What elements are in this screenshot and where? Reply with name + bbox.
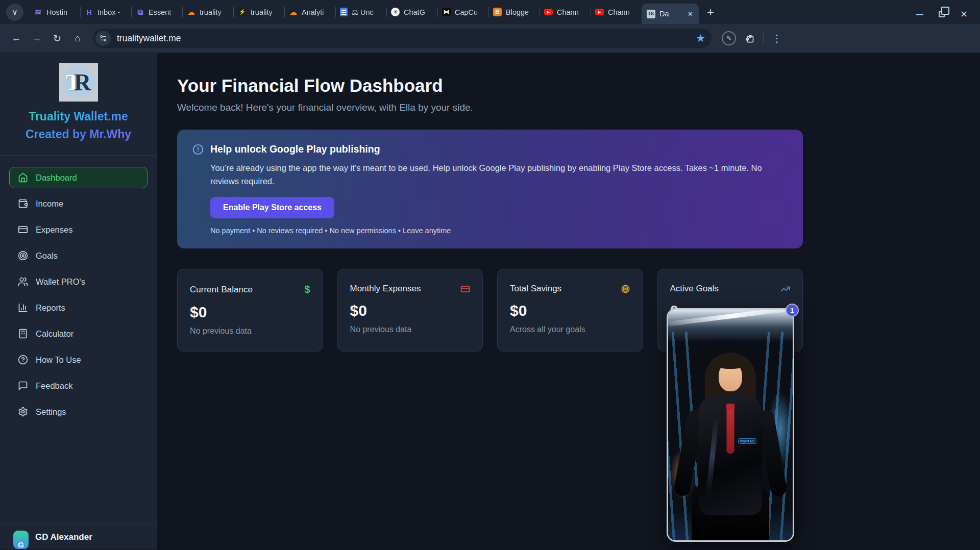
target-icon bbox=[621, 284, 630, 294]
card-total-savings: Total Savings $0 Across all your goals bbox=[497, 269, 643, 352]
new-tab-button[interactable]: + bbox=[707, 5, 714, 19]
sidebar-item-goals[interactable]: Goals bbox=[9, 245, 148, 266]
toolbar-divider bbox=[763, 33, 764, 44]
home-button[interactable]: ⌂ bbox=[67, 28, 88, 48]
tab-blogger[interactable]: B Blogge bbox=[489, 2, 540, 22]
sidebar-item-label: Income bbox=[36, 199, 63, 209]
card-value: $0 bbox=[350, 302, 471, 319]
card-current-balance: Current Balance $ $0 No previous data bbox=[177, 269, 323, 352]
sidebar-item-reports[interactable]: Reports bbox=[9, 297, 148, 318]
sidebar-item-settings[interactable]: Settings bbox=[9, 401, 148, 422]
sidebar-item-feedback[interactable]: Feedback bbox=[9, 375, 148, 396]
target-icon bbox=[18, 251, 28, 261]
site-settings-icon[interactable] bbox=[95, 31, 111, 46]
user-profile[interactable]: G GD Alexander bbox=[0, 524, 157, 549]
truality-favicon: TR bbox=[647, 10, 655, 18]
browser-toolbar: ← → ↻ ⌂ trualitywallet.me ★ ✎ ⋮ bbox=[0, 24, 980, 53]
gear-icon bbox=[18, 407, 28, 417]
sidebar-item-income[interactable]: Income bbox=[9, 193, 148, 214]
close-icon[interactable]: ✕ bbox=[960, 9, 968, 20]
play-store-banner: Help unlock Google Play publishing You’r… bbox=[177, 130, 803, 248]
brand-title: Truality Wallet.me bbox=[0, 108, 157, 126]
extensions-puzzle-icon[interactable] bbox=[744, 33, 755, 44]
tab-search-button[interactable]: ∨ bbox=[6, 4, 23, 21]
page-title: Your Financial Flow Dashboard bbox=[177, 76, 980, 96]
card-subtitle: No previous data bbox=[350, 325, 471, 334]
tab-inbox[interactable]: H Inbox - bbox=[81, 2, 131, 22]
card-subtitle: Across all your goals bbox=[510, 325, 630, 334]
tab-label: CapCu bbox=[455, 8, 486, 16]
card-title: Active Goals bbox=[670, 284, 719, 294]
trending-up-icon bbox=[780, 284, 790, 294]
sidebar-item-calculator[interactable]: Calculator bbox=[9, 323, 148, 344]
extension-pencil-icon[interactable]: ✎ bbox=[722, 31, 736, 45]
chevron-down-icon: ∨ bbox=[12, 8, 18, 17]
truality-logo: TR bbox=[59, 63, 98, 102]
credit-card-icon bbox=[18, 224, 28, 235]
brand-credit: Created by Mr.Why bbox=[0, 126, 157, 143]
tab-close-icon[interactable]: ✕ bbox=[686, 10, 695, 18]
wallet-icon bbox=[18, 198, 28, 209]
sidebar-item-label: Calculator bbox=[36, 329, 74, 339]
sidebar-divider bbox=[0, 155, 157, 156]
tab-dashboard-active[interactable]: TR Da ✕ bbox=[642, 4, 699, 24]
tab-label: truality bbox=[200, 8, 231, 16]
tab-truality-supabase[interactable]: ⚡ truality bbox=[234, 2, 284, 22]
tab-capcut[interactable]: ⋈ CapCu bbox=[438, 2, 488, 22]
cloudflare-icon: ☁ bbox=[187, 8, 195, 16]
tab-label: Essent bbox=[149, 8, 180, 16]
sidebar-item-label: How To Use bbox=[36, 355, 81, 365]
credit-card-icon bbox=[460, 284, 470, 294]
pip-video[interactable]: 1 Wallet.Me bbox=[667, 308, 794, 542]
tab-label: Blogge bbox=[506, 8, 537, 16]
avatar: G bbox=[13, 531, 29, 549]
window-controls: ✕ bbox=[909, 9, 975, 24]
reload-button[interactable]: ↻ bbox=[47, 28, 67, 48]
tab-channel-1[interactable]: ▶ Chann bbox=[540, 2, 591, 22]
capcut-icon: ⋈ bbox=[442, 8, 451, 16]
tab-channel-2[interactable]: ▶ Chann bbox=[591, 2, 642, 22]
sidebar-item-dashboard[interactable]: Dashboard bbox=[9, 167, 148, 188]
google-docs-icon bbox=[340, 8, 348, 16]
address-bar[interactable]: trualitywallet.me ★ bbox=[93, 29, 712, 48]
sidebar: TR Truality Wallet.me Created by Mr.Why … bbox=[0, 53, 157, 549]
browser-tab-strip: ∨ ≋ Hostin H Inbox - ⧉ Essent ☁ truality… bbox=[0, 0, 980, 24]
sidebar-item-label: Wallet PRO's bbox=[36, 277, 85, 287]
tab-document[interactable]: ⚖ Unc bbox=[336, 2, 386, 22]
sidebar-item-wallet-pros[interactable]: Wallet PRO's bbox=[9, 271, 148, 292]
tab-label: truality bbox=[251, 8, 282, 16]
forward-button[interactable]: → bbox=[27, 28, 47, 48]
sidebar-item-expenses[interactable]: Expenses bbox=[9, 219, 148, 240]
enable-play-store-button[interactable]: Enable Play Store access bbox=[210, 197, 334, 218]
tab-hosting[interactable]: ≋ Hostin bbox=[30, 2, 80, 22]
tab-essentials[interactable]: ⧉ Essent bbox=[132, 2, 182, 22]
bar-chart-icon bbox=[18, 303, 28, 313]
bookmark-star-icon[interactable]: ★ bbox=[696, 32, 705, 44]
minimize-icon[interactable] bbox=[916, 14, 923, 15]
tab-label: Hostin bbox=[46, 8, 78, 16]
sidebar-item-how-to-use[interactable]: How To Use bbox=[9, 349, 148, 370]
browser-menu-icon[interactable]: ⋮ bbox=[772, 32, 782, 44]
tab-truality-cloudflare[interactable]: ☁ truality bbox=[183, 2, 233, 22]
tab-label: Da bbox=[659, 10, 682, 18]
sidebar-item-label: Feedback bbox=[36, 381, 72, 391]
page-subtitle: Welcome back! Here's your financial over… bbox=[177, 102, 980, 113]
back-button[interactable]: ← bbox=[6, 28, 27, 48]
dollar-icon: $ bbox=[304, 284, 310, 295]
figure-tie-knot bbox=[726, 404, 734, 410]
tab-analytics[interactable]: ☁ Analyti bbox=[285, 2, 335, 22]
card-value: $0 bbox=[190, 304, 310, 321]
supabase-icon: ⚡ bbox=[238, 8, 247, 16]
users-icon bbox=[18, 277, 28, 287]
banner-footnote: No payment • No reviews required • No ne… bbox=[210, 227, 788, 235]
sidebar-item-label: Dashboard bbox=[36, 173, 77, 183]
main-content: Your Financial Flow Dashboard Welcome ba… bbox=[157, 53, 980, 549]
sidebar-item-label: Goals bbox=[36, 251, 58, 261]
youtube-icon: ▶ bbox=[595, 9, 604, 15]
banner-body: You’re already using the app the way it’… bbox=[210, 162, 787, 188]
restore-icon[interactable] bbox=[939, 11, 945, 17]
figure-red-tie bbox=[727, 409, 734, 454]
tab-chatgpt[interactable]: ✳ ChatG bbox=[387, 2, 437, 22]
notification-badge[interactable]: 1 bbox=[786, 304, 799, 317]
url-text[interactable]: trualitywallet.me bbox=[117, 33, 696, 44]
